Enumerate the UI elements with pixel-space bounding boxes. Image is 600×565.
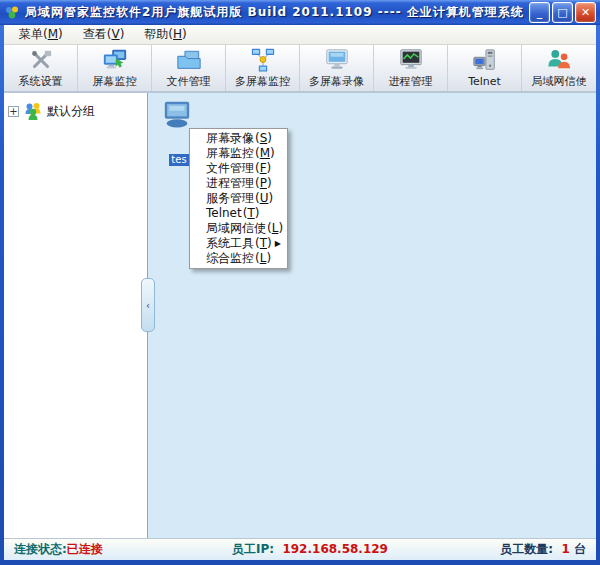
connection-status-value: 已连接 — [67, 542, 103, 556]
connection-status: 连接状态:已连接 — [14, 541, 214, 558]
employee-ip-label: 员工IP: — [232, 542, 274, 556]
toolbar-button-telnet[interactable]: Telnet — [448, 45, 522, 91]
employee-count-label: 员工数量: — [500, 542, 553, 556]
menu-bar: 菜单(M) 查看(V) 帮助(H) — [4, 25, 596, 45]
menu-item-view[interactable]: 查看(V) — [74, 24, 134, 45]
computers-panel: tes 屏幕录像(S) 屏幕监控(M) 文件管理(F) 进程管理(P) 服务管理… — [148, 93, 596, 538]
toolbar-button-label: 局域网信使 — [532, 74, 587, 89]
multi-screen-monitor-icon — [250, 47, 276, 73]
toolbar-button-screen-monitor[interactable]: 屏幕监控 — [78, 45, 152, 91]
toolbar-button-system-settings[interactable]: 系统设置 — [4, 45, 78, 91]
context-menu-item-file-manager[interactable]: 文件管理(F) — [190, 161, 287, 176]
close-button[interactable]: ✕ — [575, 2, 596, 23]
context-menu: 屏幕录像(S) 屏幕监控(M) 文件管理(F) 进程管理(P) 服务管理(U) … — [189, 128, 288, 269]
toolbar-button-file-manager[interactable]: 文件管理 — [152, 45, 226, 91]
context-menu-item-lan-messenger[interactable]: 局域网信使(L) — [190, 221, 287, 236]
group-label: 默认分组 — [47, 103, 95, 120]
employee-count-unit: 台 — [574, 542, 586, 556]
group-people-icon — [23, 101, 43, 121]
context-menu-item-system-tools[interactable]: 系统工具(T)▶ — [190, 236, 287, 251]
status-bar: 连接状态:已连接 员工IP: 192.168.58.129 员工数量: 1 台 — [4, 538, 596, 560]
toolbar-button-label: 多屏幕监控 — [235, 74, 290, 89]
context-menu-item-service-manager[interactable]: 服务管理(U) — [190, 191, 287, 206]
employee-ip: 员工IP: 192.168.58.129 — [214, 541, 426, 558]
toolbar-button-multi-screen-monitor[interactable]: 多屏幕监控 — [226, 45, 300, 91]
context-menu-item-telnet[interactable]: Telnet(T) — [190, 206, 287, 221]
system-settings-icon — [28, 47, 54, 73]
process-manager-icon — [398, 47, 424, 73]
collapse-chevron-icon: ‹ — [146, 300, 150, 311]
context-menu-item-screen-monitor[interactable]: 屏幕监控(M) — [190, 146, 287, 161]
content-area: + 默认分组 ‹ tes — [4, 93, 596, 538]
toolbar-button-label: 进程管理 — [389, 74, 433, 89]
context-menu-item-integrated-monitor[interactable]: 综合监控(L) — [190, 251, 287, 266]
maximize-button[interactable]: □ — [552, 2, 573, 23]
menu-item-help[interactable]: 帮助(H) — [135, 24, 195, 45]
toolbar: 系统设置 屏幕监控 文件管理 多屏幕监控 — [4, 45, 596, 93]
context-menu-item-screen-record[interactable]: 屏幕录像(S) — [190, 131, 287, 146]
tree-expander-icon[interactable]: + — [8, 106, 19, 117]
context-menu-item-process-manager[interactable]: 进程管理(P) — [190, 176, 287, 191]
employee-count-value: 1 — [561, 542, 569, 556]
submenu-arrow-icon: ▶ — [275, 236, 281, 251]
menu-item-main[interactable]: 菜单(M) — [10, 24, 72, 45]
minimize-button[interactable]: _ — [529, 2, 550, 23]
connection-status-label: 连接状态: — [14, 542, 67, 556]
toolbar-button-label: 多屏幕录像 — [309, 74, 364, 89]
toolbar-button-multi-screen-record[interactable]: 多屏幕录像 — [300, 45, 374, 91]
lan-messenger-icon — [546, 47, 572, 73]
sidebar-collapse-button[interactable]: ‹ — [141, 278, 155, 332]
title-bar: 局域网管家监控软件2用户旗舰试用版 Build 2011.1109 ---- 企… — [0, 0, 600, 25]
screen-monitor-icon — [102, 47, 128, 73]
window-title: 局域网管家监控软件2用户旗舰试用版 Build 2011.1109 ---- 企… — [25, 4, 524, 21]
toolbar-button-process-manager[interactable]: 进程管理 — [374, 45, 448, 91]
telnet-icon — [472, 48, 498, 74]
employee-ip-value: 192.168.58.129 — [282, 542, 388, 556]
app-logo-icon — [4, 5, 20, 21]
toolbar-button-label: 系统设置 — [19, 74, 63, 89]
computer-name-label: tes — [169, 154, 188, 166]
computer-icon — [162, 99, 196, 129]
tree-node-default-group[interactable]: + 默认分组 — [8, 101, 143, 121]
toolbar-button-label: 屏幕监控 — [93, 74, 137, 89]
toolbar-button-lan-messenger[interactable]: 局域网信使 — [522, 45, 596, 91]
toolbar-button-label: Telnet — [468, 75, 501, 88]
employee-count: 员工数量: 1 台 — [426, 541, 586, 558]
app-window: 局域网管家监控软件2用户旗舰试用版 Build 2011.1109 ---- 企… — [0, 0, 600, 565]
app-body: 菜单(M) 查看(V) 帮助(H) 系统设置 屏幕监控 — [4, 25, 596, 560]
toolbar-button-label: 文件管理 — [167, 74, 211, 89]
multi-screen-record-icon — [324, 47, 350, 73]
group-tree-panel: + 默认分组 — [4, 93, 148, 538]
file-manager-icon — [176, 47, 202, 73]
